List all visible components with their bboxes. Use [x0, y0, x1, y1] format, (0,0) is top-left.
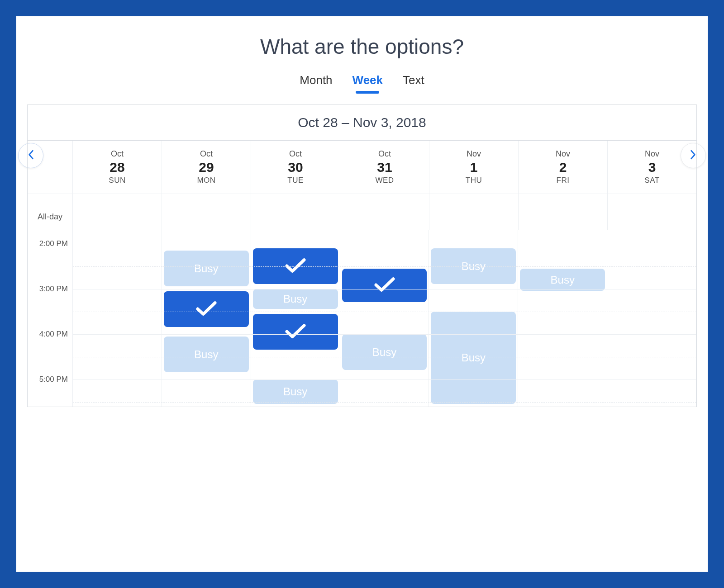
time-gutter-header [28, 141, 73, 194]
allday-label: All-day [28, 194, 73, 230]
slot-col-wed[interactable]: Busy [340, 230, 429, 407]
day-header-sun[interactable]: Oct 28 SUN [73, 141, 162, 194]
busy-slot[interactable]: Busy [253, 289, 338, 309]
slot-col-sun[interactable] [73, 230, 162, 407]
scheduling-panel: What are the options? Month Week Text Oc… [16, 16, 708, 572]
time-gutter: 2:00 PM3:00 PM4:00 PM5:00 PM [28, 230, 73, 407]
checkmark-icon [374, 276, 395, 295]
busy-slot[interactable]: Busy [164, 251, 249, 286]
time-label: 5:00 PM [39, 375, 68, 384]
allday-cell[interactable] [608, 194, 696, 230]
tab-week[interactable]: Week [352, 73, 383, 92]
day-header-fri[interactable]: Nov 2 FRI [519, 141, 608, 194]
allday-cell[interactable] [429, 194, 519, 230]
checkmark-icon [285, 257, 306, 276]
slot-col-mon[interactable]: BusyBusy [162, 230, 251, 407]
confirmed-slot[interactable] [253, 314, 338, 350]
calendar-grid: Oct 28 SUN Oct 29 MON Oct 30 TUE Oct 31 … [27, 140, 697, 407]
allday-cell[interactable] [251, 194, 340, 230]
time-label: 3:00 PM [39, 285, 68, 294]
busy-slot[interactable]: Busy [431, 312, 516, 404]
tab-text[interactable]: Text [403, 73, 424, 92]
confirmed-slot[interactable] [342, 269, 427, 302]
day-header-mon[interactable]: Oct 29 MON [162, 141, 251, 194]
checkmark-icon [196, 300, 217, 319]
slot-col-sat[interactable] [607, 230, 696, 407]
timed-area: 2:00 PM3:00 PM4:00 PM5:00 PM BusyBusy Bu… [28, 230, 696, 407]
allday-cell[interactable] [519, 194, 608, 230]
day-header-tue[interactable]: Oct 30 TUE [251, 141, 340, 194]
day-header-thu[interactable]: Nov 1 THU [429, 141, 519, 194]
confirmed-slot[interactable] [253, 248, 338, 284]
busy-slot[interactable]: Busy [164, 337, 249, 372]
day-header-sat[interactable]: Nov 3 SAT [608, 141, 696, 194]
slot-col-thu[interactable]: BusyBusy [429, 230, 518, 407]
page-title: What are the options? [27, 34, 697, 59]
tab-month[interactable]: Month [300, 73, 332, 92]
checkmark-icon [285, 322, 306, 341]
time-label: 2:00 PM [39, 239, 68, 248]
allday-cell[interactable] [73, 194, 162, 230]
week-range-label: Oct 28 – Nov 3, 2018 [28, 115, 696, 130]
day-header-row: Oct 28 SUN Oct 29 MON Oct 30 TUE Oct 31 … [28, 141, 696, 194]
time-label: 4:00 PM [39, 330, 68, 339]
day-header-wed[interactable]: Oct 31 WED [340, 141, 429, 194]
busy-slot[interactable]: Busy [342, 334, 427, 370]
slot-col-fri[interactable]: Busy [518, 230, 607, 407]
days-area: BusyBusy BusyBusy Busy BusyBusy Busy [73, 230, 696, 407]
busy-slot[interactable]: Busy [520, 269, 605, 291]
slot-col-tue[interactable]: BusyBusy [251, 230, 340, 407]
allday-cell[interactable] [340, 194, 429, 230]
allday-row: All-day [28, 194, 696, 230]
week-range-header: Oct 28 – Nov 3, 2018 [27, 104, 697, 140]
view-tabs: Month Week Text [27, 73, 697, 92]
confirmed-slot[interactable] [164, 291, 249, 327]
busy-slot[interactable]: Busy [253, 379, 338, 404]
busy-slot[interactable]: Busy [431, 248, 516, 284]
allday-cell[interactable] [162, 194, 251, 230]
